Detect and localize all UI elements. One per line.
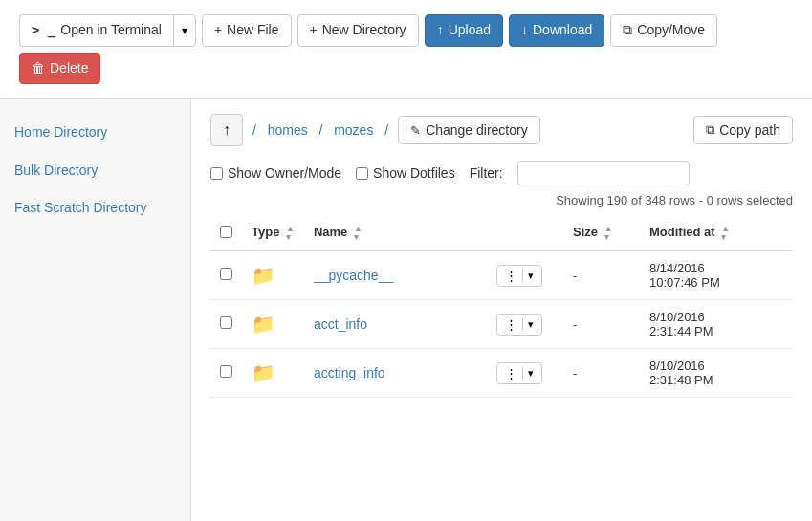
type-col-label: Type [252, 226, 279, 240]
path-separator-1: / [252, 122, 260, 138]
header-actions [487, 217, 563, 250]
show-owner-mode-text: Show Owner/Mode [228, 165, 341, 181]
row-checkbox-cell [210, 349, 242, 398]
delete-button[interactable]: 🗑 Delete [19, 53, 100, 85]
row-checkbox-cell [210, 250, 242, 300]
row-type-cell: 📁 [242, 300, 304, 349]
new-directory-label: New Directory [322, 21, 406, 40]
row-checkbox-1[interactable] [220, 316, 232, 329]
terminal-caret-button[interactable]: ▾ [173, 14, 196, 47]
row-action-button-1[interactable]: ⋮ ▾ [496, 314, 542, 336]
copy-icon: ⧉ [623, 21, 632, 40]
row-count: Showing 190 of 348 rows - 0 rows selecte… [210, 193, 793, 207]
sidebar-item-home-label: Home Directory [14, 124, 107, 140]
folder-icon: 📁 [252, 265, 275, 286]
table-row: 📁 acct_info ⋮ ▾ - 8/10/20162:31:44 PM [210, 300, 793, 349]
header-type[interactable]: Type ▲▾ [242, 217, 304, 250]
row-size-cell: - [563, 250, 640, 300]
up-directory-button[interactable]: ↑ [210, 114, 243, 146]
delete-label: Delete [50, 59, 88, 78]
terminal-icon: > _ [32, 21, 55, 40]
row-type-cell: 📁 [242, 250, 304, 300]
copy-path-label: Copy path [719, 122, 780, 138]
copy-move-button[interactable]: ⧉ Copy/Move [610, 14, 717, 47]
row-checkbox-2[interactable] [220, 365, 232, 378]
row-name-cell: acct_info [304, 300, 487, 349]
select-all-checkbox[interactable] [220, 226, 232, 238]
dots-icon: ⋮ [505, 317, 517, 332]
modified-col-label: Modified at [649, 226, 715, 240]
download-button[interactable]: ↓ Download [509, 14, 604, 47]
filter-input[interactable] [517, 161, 690, 185]
table-row: 📁 __pycache__ ⋮ ▾ - 8/14/201610:07:46 PM [210, 250, 793, 300]
row-size-cell: - [563, 300, 640, 349]
file-table: Type ▲▾ Name ▲▾ Size ▲▾ Modified at ▲▾ [210, 217, 793, 398]
upload-button[interactable]: ↑ Upload [425, 14, 503, 47]
caret-icon: ▾ [522, 270, 534, 282]
path-bar: ↑ / homes / mozes / ✎ Change directory ⧉… [210, 114, 793, 146]
show-dotfiles-text: Show Dotfiles [373, 165, 455, 181]
sidebar-item-scratch-label: Fast Scratch Directory [14, 200, 146, 215]
file-link-2[interactable]: accting_info [314, 365, 385, 380]
sidebar-item-bulk[interactable]: Bulk Directory [0, 152, 190, 190]
trash-icon: 🗑 [32, 59, 45, 78]
path-mozes[interactable]: mozes [334, 122, 373, 138]
row-checkbox-0[interactable] [220, 268, 232, 280]
show-owner-mode-checkbox[interactable] [210, 167, 223, 180]
table-row: 📁 accting_info ⋮ ▾ - 8/10/20162:31:48 PM [210, 349, 793, 398]
row-checkbox-cell [210, 300, 242, 349]
header-checkbox-col [210, 217, 242, 250]
breadcrumb: / homes / mozes / [251, 122, 390, 138]
row-modified-cell: 8/10/20162:31:44 PM [640, 300, 793, 349]
show-dotfiles-label[interactable]: Show Dotfiles [356, 165, 455, 181]
copy-move-label: Copy/Move [637, 21, 705, 40]
row-action-button-0[interactable]: ⋮ ▾ [496, 265, 542, 287]
path-homes[interactable]: homes [268, 122, 308, 138]
modified-sort-arrows: ▲▾ [721, 225, 730, 242]
row-action-button-2[interactable]: ⋮ ▾ [496, 362, 542, 384]
row-type-cell: 📁 [242, 349, 304, 398]
upload-icon: ↑ [437, 21, 444, 40]
clipboard-icon: ⧉ [706, 122, 714, 138]
header-modified[interactable]: Modified at ▲▾ [640, 217, 793, 250]
row-name-cell: accting_info [304, 349, 487, 398]
type-sort-arrows: ▲▾ [286, 225, 295, 242]
layout: Home Directory Bulk Directory Fast Scrat… [0, 99, 812, 521]
path-separator-2: / [316, 122, 327, 138]
path-separator-3: / [381, 122, 388, 138]
sidebar-item-home[interactable]: Home Directory [0, 114, 190, 152]
filters-row: Show Owner/Mode Show Dotfiles Filter: [210, 161, 793, 185]
dots-icon: ⋮ [505, 366, 517, 380]
file-link-1[interactable]: acct_info [314, 316, 367, 332]
terminal-label: Open in Terminal [60, 21, 162, 40]
new-file-button[interactable]: + New File [202, 14, 292, 47]
edit-icon: ✎ [410, 123, 421, 138]
change-directory-button[interactable]: ✎ Change directory [398, 116, 540, 144]
row-size-cell: - [563, 349, 640, 398]
name-col-label: Name [314, 226, 347, 240]
copy-path-button[interactable]: ⧉ Copy path [693, 116, 793, 144]
sidebar: Home Directory Bulk Directory Fast Scrat… [0, 99, 191, 521]
change-directory-label: Change directory [426, 122, 528, 138]
new-directory-button[interactable]: + New Directory [297, 14, 419, 47]
caret-icon: ▾ [522, 318, 534, 331]
header-size[interactable]: Size ▲▾ [563, 217, 640, 250]
row-action-cell: ⋮ ▾ [487, 349, 563, 398]
up-arrow-icon: ↑ [223, 121, 230, 139]
folder-icon: 📁 [252, 314, 275, 335]
row-modified-cell: 8/14/201610:07:46 PM [640, 250, 793, 300]
row-name-cell: __pycache__ [304, 250, 487, 300]
download-icon: ↓ [521, 21, 528, 40]
row-action-cell: ⋮ ▾ [487, 300, 563, 349]
show-owner-mode-label[interactable]: Show Owner/Mode [210, 165, 341, 181]
show-dotfiles-checkbox[interactable] [356, 167, 368, 180]
sidebar-item-scratch[interactable]: Fast Scratch Directory [0, 189, 190, 228]
header-name[interactable]: Name ▲▾ [304, 217, 487, 250]
row-modified-cell: 8/10/20162:31:48 PM [640, 349, 793, 398]
upload-label: Upload [449, 21, 491, 40]
open-in-terminal-button[interactable]: > _ Open in Terminal [19, 14, 173, 47]
sidebar-item-bulk-label: Bulk Directory [14, 163, 98, 178]
file-link-0[interactable]: __pycache__ [314, 268, 393, 283]
plus-icon: + [214, 21, 222, 40]
dots-icon: ⋮ [505, 269, 517, 283]
